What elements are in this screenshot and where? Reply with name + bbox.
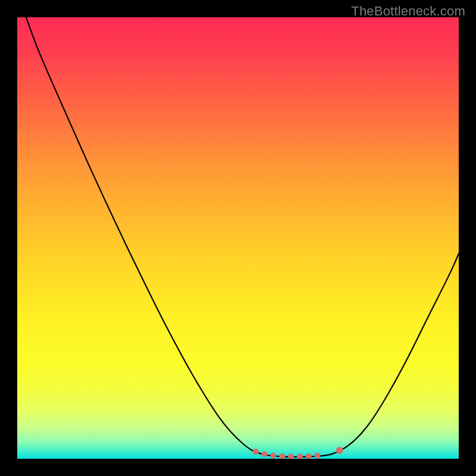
marker-dot xyxy=(306,453,312,459)
marker-dot xyxy=(270,453,276,459)
curve-markers xyxy=(253,447,343,459)
marker-dot xyxy=(288,453,294,459)
marker-dot xyxy=(315,453,321,459)
marker-dot xyxy=(262,452,268,458)
marker-dot xyxy=(297,453,303,459)
attribution-label: TheBottleneck.com xyxy=(351,4,465,19)
chart-plot-area xyxy=(17,17,459,459)
marker-dot xyxy=(253,449,259,455)
chart-svg xyxy=(17,17,459,459)
marker-dot xyxy=(279,453,285,459)
bottleneck-curve xyxy=(26,17,459,457)
marker-dot xyxy=(336,447,343,454)
